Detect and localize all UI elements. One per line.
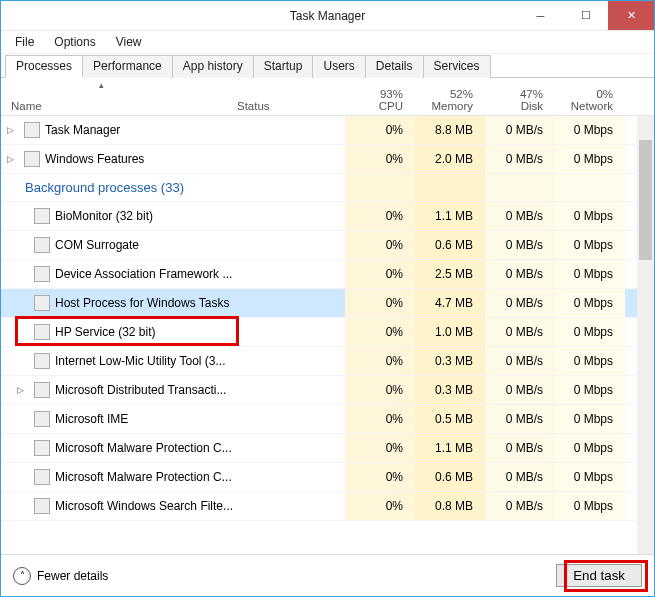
process-name: COM Surrogate bbox=[55, 238, 139, 252]
expand-icon[interactable]: ▷ bbox=[17, 385, 29, 395]
process-row[interactable]: Microsoft Malware Protection C... 0% 0.6… bbox=[1, 463, 654, 492]
process-network: 0 Mbps bbox=[555, 463, 625, 491]
process-disk: 0 MB/s bbox=[485, 145, 555, 173]
process-row[interactable]: Microsoft Malware Protection C... 0% 1.1… bbox=[1, 434, 654, 463]
process-row[interactable]: Internet Low-Mic Utility Tool (3... 0% 0… bbox=[1, 347, 654, 376]
end-task-button[interactable]: End task bbox=[556, 564, 642, 587]
process-name: BioMonitor (32 bit) bbox=[55, 209, 153, 223]
process-icon bbox=[34, 498, 50, 514]
tab-processes[interactable]: Processes bbox=[5, 55, 83, 78]
process-network: 0 Mbps bbox=[555, 145, 625, 173]
process-network: 0 Mbps bbox=[555, 376, 625, 404]
process-memory: 2.0 MB bbox=[415, 145, 485, 173]
process-network: 0 Mbps bbox=[555, 318, 625, 346]
fewer-details-button[interactable]: ˄ Fewer details bbox=[13, 567, 108, 585]
process-disk: 0 MB/s bbox=[485, 116, 555, 144]
process-cpu: 0% bbox=[345, 347, 415, 375]
process-name: Task Manager bbox=[45, 123, 120, 137]
process-memory: 0.3 MB bbox=[415, 347, 485, 375]
process-icon bbox=[34, 469, 50, 485]
process-disk: 0 MB/s bbox=[485, 202, 555, 230]
tab-strip: Processes Performance App history Startu… bbox=[1, 54, 654, 78]
col-disk-header[interactable]: 47% Disk bbox=[485, 88, 555, 112]
process-row[interactable]: BioMonitor (32 bit) 0% 1.1 MB 0 MB/s 0 M… bbox=[1, 202, 654, 231]
process-network: 0 Mbps bbox=[555, 289, 625, 317]
column-header: ▴ Name Status 93% CPU 52% Memory 47% Dis… bbox=[1, 78, 654, 116]
sort-caret-icon: ▴ bbox=[99, 80, 104, 90]
menu-options[interactable]: Options bbox=[46, 33, 103, 51]
process-row[interactable]: ▷ Windows Features 0% 2.0 MB 0 MB/s 0 Mb… bbox=[1, 145, 654, 174]
tab-apphistory[interactable]: App history bbox=[172, 55, 254, 78]
process-network: 0 Mbps bbox=[555, 202, 625, 230]
process-network: 0 Mbps bbox=[555, 434, 625, 462]
process-disk: 0 MB/s bbox=[485, 463, 555, 491]
process-icon bbox=[34, 411, 50, 427]
col-name-header[interactable]: Name bbox=[1, 100, 237, 112]
process-icon bbox=[34, 237, 50, 253]
process-icon bbox=[24, 151, 40, 167]
expand-icon[interactable]: ▷ bbox=[7, 154, 19, 164]
tab-users[interactable]: Users bbox=[312, 55, 365, 78]
menu-view[interactable]: View bbox=[108, 33, 150, 51]
process-cpu: 0% bbox=[345, 492, 415, 520]
process-icon bbox=[34, 266, 50, 282]
tab-services[interactable]: Services bbox=[423, 55, 491, 78]
process-cpu: 0% bbox=[345, 231, 415, 259]
process-cpu: 0% bbox=[345, 434, 415, 462]
process-disk: 0 MB/s bbox=[485, 492, 555, 520]
process-memory: 0.5 MB bbox=[415, 405, 485, 433]
process-row[interactable]: HP Service (32 bit) 0% 1.0 MB 0 MB/s 0 M… bbox=[1, 318, 654, 347]
process-row[interactable]: COM Surrogate 0% 0.6 MB 0 MB/s 0 Mbps bbox=[1, 231, 654, 260]
process-cpu: 0% bbox=[345, 463, 415, 491]
process-memory: 1.1 MB bbox=[415, 202, 485, 230]
process-icon bbox=[34, 324, 50, 340]
close-button[interactable]: ✕ bbox=[608, 1, 654, 30]
process-cpu: 0% bbox=[345, 405, 415, 433]
col-cpu-header[interactable]: 93% CPU bbox=[345, 88, 415, 112]
process-name: Windows Features bbox=[45, 152, 144, 166]
process-disk: 0 MB/s bbox=[485, 347, 555, 375]
col-memory-header[interactable]: 52% Memory bbox=[415, 88, 485, 112]
process-disk: 0 MB/s bbox=[485, 231, 555, 259]
process-memory: 0.3 MB bbox=[415, 376, 485, 404]
process-icon bbox=[34, 353, 50, 369]
process-disk: 0 MB/s bbox=[485, 376, 555, 404]
fewer-details-label: Fewer details bbox=[37, 569, 108, 583]
process-cpu: 0% bbox=[345, 289, 415, 317]
process-icon bbox=[34, 440, 50, 456]
col-status-header[interactable]: Status bbox=[237, 100, 345, 112]
expand-icon[interactable]: ▷ bbox=[7, 125, 19, 135]
process-row[interactable]: Device Association Framework ... 0% 2.5 … bbox=[1, 260, 654, 289]
process-network: 0 Mbps bbox=[555, 260, 625, 288]
process-cpu: 0% bbox=[345, 116, 415, 144]
process-name: Host Process for Windows Tasks bbox=[55, 296, 230, 310]
process-memory: 1.1 MB bbox=[415, 434, 485, 462]
process-memory: 2.5 MB bbox=[415, 260, 485, 288]
process-row[interactable]: ▷ Microsoft Distributed Transacti... 0% … bbox=[1, 376, 654, 405]
process-network: 0 Mbps bbox=[555, 231, 625, 259]
tab-performance[interactable]: Performance bbox=[82, 55, 173, 78]
process-name: HP Service (32 bit) bbox=[55, 325, 155, 339]
process-row[interactable]: Microsoft IME 0% 0.5 MB 0 MB/s 0 Mbps bbox=[1, 405, 654, 434]
process-memory: 8.8 MB bbox=[415, 116, 485, 144]
process-disk: 0 MB/s bbox=[485, 318, 555, 346]
process-cpu: 0% bbox=[345, 202, 415, 230]
process-row[interactable]: ▷ Task Manager 0% 8.8 MB 0 MB/s 0 Mbps bbox=[1, 116, 654, 145]
footer: ˄ Fewer details End task bbox=[1, 554, 654, 596]
process-cpu: 0% bbox=[345, 260, 415, 288]
process-icon bbox=[34, 208, 50, 224]
tab-details[interactable]: Details bbox=[365, 55, 424, 78]
tab-startup[interactable]: Startup bbox=[253, 55, 314, 78]
process-icon bbox=[34, 382, 50, 398]
process-row[interactable]: Host Process for Windows Tasks 0% 4.7 MB… bbox=[1, 289, 654, 318]
scrollbar[interactable] bbox=[637, 116, 654, 554]
scrollbar-thumb[interactable] bbox=[639, 140, 652, 260]
process-disk: 0 MB/s bbox=[485, 260, 555, 288]
col-network-header[interactable]: 0% Network bbox=[555, 88, 625, 112]
minimize-button[interactable]: ─ bbox=[518, 1, 563, 30]
process-cpu: 0% bbox=[345, 376, 415, 404]
maximize-button[interactable]: ☐ bbox=[563, 1, 608, 30]
process-row[interactable]: Microsoft Windows Search Filte... 0% 0.8… bbox=[1, 492, 654, 521]
process-disk: 0 MB/s bbox=[485, 289, 555, 317]
menu-file[interactable]: File bbox=[7, 33, 42, 51]
